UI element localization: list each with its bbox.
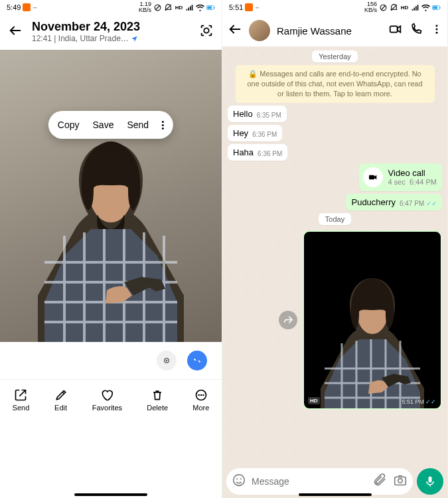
svg-rect-47 — [429, 477, 432, 483]
svg-rect-29 — [390, 26, 398, 32]
svg-rect-4 — [208, 6, 212, 9]
contact-avatar[interactable] — [249, 20, 270, 41]
photo-subject — [25, 123, 197, 342]
date-today: Today — [319, 213, 351, 225]
tb-edit[interactable]: Edit — [54, 388, 68, 412]
tb-more[interactable]: More — [192, 388, 209, 412]
svg-point-31 — [436, 29, 438, 31]
photo-viewer[interactable]: Copy Save Send — [0, 50, 222, 342]
attach-icon[interactable] — [373, 473, 388, 490]
app-indicator-icon — [245, 3, 253, 11]
back-icon[interactable] — [8, 23, 23, 41]
video-call-icon[interactable] — [385, 22, 400, 39]
hd-icon: HD — [400, 3, 409, 12]
popup-more-icon[interactable] — [162, 121, 164, 129]
sticker-message[interactable]: HD 5:51 PM ✓✓ — [303, 230, 442, 410]
clock: 5:49 — [7, 3, 21, 11]
back-icon[interactable] — [228, 22, 242, 39]
dots-icon: ·· — [255, 3, 259, 11]
video-call-log[interactable]: Video call 4 sec 6:44 PM — [359, 163, 442, 191]
tb-send[interactable]: Send — [13, 388, 30, 412]
popup-save[interactable]: Save — [93, 120, 114, 130]
video-icon — [363, 167, 383, 187]
mic-button[interactable] — [417, 468, 443, 495]
clock: 5:51 — [229, 3, 243, 11]
wifi-icon — [196, 3, 204, 12]
gallery-header: November 24, 2023 12:41 | India, Uttar P… — [0, 15, 222, 50]
alarm-off-icon — [164, 3, 173, 12]
google-lens-icon[interactable] — [199, 23, 214, 41]
hd-icon: HD — [175, 3, 183, 12]
sticker-time: 5:51 PM ✓✓ — [402, 398, 436, 405]
svg-point-6 — [204, 28, 208, 33]
dnd-icon — [153, 3, 162, 12]
chat-body[interactable]: Yesterday 🔒 Messages and calls are end-t… — [222, 46, 447, 465]
magic-button[interactable] — [187, 351, 207, 371]
location-arrow-icon — [131, 35, 138, 42]
photo-date: November 24, 2023 — [32, 20, 190, 34]
tb-delete[interactable]: Delete — [147, 388, 168, 412]
forward-icon[interactable] — [279, 311, 297, 329]
dots-icon: ·· — [33, 3, 37, 11]
dnd-icon — [379, 3, 388, 12]
svg-point-30 — [436, 25, 438, 27]
wifi-icon — [421, 3, 430, 12]
home-indicator[interactable] — [299, 493, 372, 496]
message-input[interactable] — [252, 476, 368, 487]
tb-favorites[interactable]: Favorites — [92, 388, 122, 412]
lens-button[interactable] — [157, 351, 177, 371]
signal-icon — [185, 3, 194, 12]
message-out[interactable]: Puducherry 6:47 PM ✓✓ — [346, 194, 442, 210]
message-field[interactable] — [226, 468, 413, 495]
svg-point-43 — [236, 478, 238, 479]
message-in[interactable]: Hello6:35 PM — [228, 106, 287, 122]
svg-line-1 — [155, 5, 160, 10]
camera-icon[interactable] — [393, 473, 408, 490]
svg-point-32 — [436, 32, 438, 34]
signal-icon — [411, 3, 419, 12]
sticker-image — [313, 269, 432, 408]
encryption-notice[interactable]: 🔒 Messages and calls are end-to-end encr… — [236, 65, 435, 103]
svg-point-18 — [166, 360, 168, 362]
svg-point-22 — [202, 394, 204, 396]
menu-icon[interactable] — [427, 23, 442, 38]
battery-icon — [206, 3, 215, 12]
contact-name[interactable]: Ramjie Wassane — [277, 25, 378, 37]
home-indicator[interactable] — [74, 493, 147, 496]
photo-location: 12:41 | India, Uttar Prade… — [32, 34, 129, 43]
svg-rect-5 — [214, 7, 215, 9]
svg-rect-27 — [433, 6, 438, 9]
cutout-action-popup: Copy Save Send — [48, 111, 173, 139]
voice-call-icon[interactable] — [406, 23, 421, 39]
message-in[interactable]: Haha6:36 PM — [228, 144, 287, 161]
bottom-toolbar: Send Edit Favorites Delete More — [0, 379, 222, 418]
app-indicator-icon — [23, 3, 31, 11]
popup-send[interactable]: Send — [127, 120, 149, 130]
chat-header: Ramjie Wassane — [222, 15, 447, 46]
svg-rect-28 — [440, 7, 441, 9]
popup-copy[interactable]: Copy — [58, 120, 80, 130]
hd-badge: HD — [308, 397, 320, 404]
svg-point-20 — [198, 394, 200, 396]
date-yesterday: Yesterday — [312, 50, 358, 62]
svg-point-42 — [234, 475, 245, 486]
battery-icon — [432, 3, 441, 12]
emoji-icon[interactable] — [232, 473, 246, 490]
svg-point-46 — [398, 479, 402, 483]
status-bar: 5:49 ·· 1.19 KB/s HD — [0, 0, 222, 15]
whatsapp-screen: 5:51 ·· 156 KB/s HD Ramjie Wassane Yeste… — [222, 0, 448, 498]
message-in[interactable]: Hey6:36 PM — [228, 125, 282, 141]
svg-point-21 — [200, 394, 202, 396]
gallery-screen: 5:49 ·· 1.19 KB/s HD November 24, 2023 1… — [0, 0, 222, 498]
alarm-off-icon — [390, 3, 398, 12]
data-rate: 1.19 KB/s — [139, 1, 151, 13]
svg-rect-33 — [369, 175, 374, 179]
svg-point-44 — [240, 478, 242, 479]
data-rate: 156 KB/s — [364, 1, 377, 13]
status-bar: 5:51 ·· 156 KB/s HD — [222, 0, 447, 15]
svg-line-24 — [381, 5, 386, 10]
quick-actions — [0, 342, 222, 379]
